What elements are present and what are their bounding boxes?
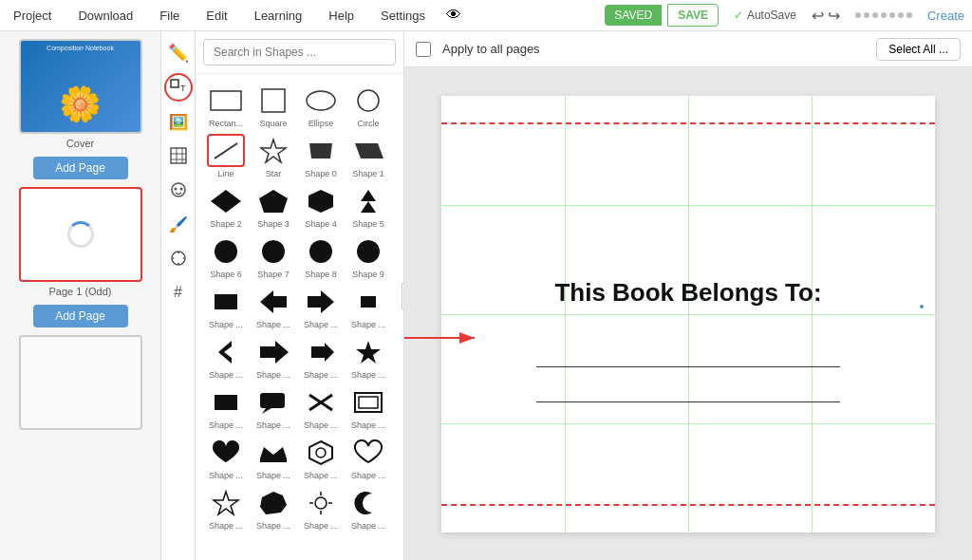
shape-8[interactable]: Shape 8 [298,233,344,281]
shape-blob[interactable]: Shape ... [251,484,296,532]
edit-tool-button[interactable]: ✏️ [164,39,193,67]
shape-rectangle-label: Rectan... [205,119,247,128]
page2-thumbnail[interactable] [19,335,142,430]
shape-0[interactable]: Shape 0 [298,132,344,180]
redo-button[interactable]: ↪ [828,7,840,25]
shape9-icon [349,234,387,268]
page1-thumb[interactable]: Page 1 (Odd) [8,187,153,297]
star3-label: Shape ... [205,521,247,531]
shape-crown[interactable]: Shape ... [251,434,296,482]
shape5-icon [349,184,387,217]
shape-circle[interactable]: Circle [346,82,391,130]
menu-edit[interactable]: Edit [200,5,233,27]
shape0-icon [302,134,340,167]
cover-thumbnail[interactable]: Composition Notebook 🌼 [19,39,142,134]
menu-help[interactable]: Help [323,5,360,27]
image-tool-button[interactable]: 🖼️ [164,107,193,136]
shape-rectangle[interactable]: Rectan... [203,82,249,130]
arrow-r2-label: Shape ... [300,370,342,380]
shape1-icon [349,134,387,167]
shape-sq1-icon [207,285,245,318]
undo-redo-area: ↩ ↪ [812,7,840,25]
heart-label: Shape ... [205,471,247,480]
effects-tool-button[interactable] [164,244,193,272]
shape-heart2[interactable]: Shape ... [346,434,391,482]
shape-3[interactable]: Shape 3 [251,182,296,231]
shape-9[interactable]: Shape 9 [346,233,391,281]
shape-6[interactable]: Shape 6 [203,233,249,281]
shapes-search-input[interactable] [203,39,396,65]
shape-heart[interactable]: Shape ... [203,434,249,482]
saved-button[interactable]: SAVED [605,5,662,26]
hashtag-tool-button[interactable]: # [164,278,193,307]
shape-arrow-r2[interactable]: Shape ... [298,333,344,382]
page2-thumb[interactable] [8,335,153,430]
add-page-button-bottom[interactable]: Add Page [33,305,128,327]
add-page-button-top[interactable]: Add Page [33,157,128,179]
cover-page-thumb[interactable]: Composition Notebook 🌼 Cover [8,39,153,149]
create-button[interactable]: Create [927,9,964,23]
shape-2[interactable]: Shape 2 [203,182,249,231]
table-tool-button[interactable] [164,141,193,170]
shape-star3[interactable]: Shape ... [203,484,249,532]
shape-star-label: Star [252,169,294,178]
cover-flower-icon: 🌼 [59,84,102,124]
svg-marker-21 [309,143,332,159]
shape-chev-r[interactable]: Shape ... [251,333,296,382]
shape-chev-l[interactable]: Shape ... [203,333,249,382]
shape-1[interactable]: Shape 1 [346,132,391,180]
svg-marker-49 [309,441,332,464]
menu-file[interactable]: File [154,5,185,27]
menu-settings[interactable]: Settings [375,5,431,27]
shape-small-sq[interactable]: Shape ... [346,283,391,331]
shape-cross[interactable]: Shape ... [298,383,344,432]
shapes-row-7: Shape ... Shape ... Shape ... [203,383,396,432]
shapes-tool-button active[interactable]: T [164,73,193,102]
menu-learning[interactable]: Learning [249,5,308,27]
shape-hex2[interactable]: Shape ... [298,434,344,482]
shape-ellipse[interactable]: Ellipse [298,82,344,130]
shape-speech[interactable]: Shape ... [251,383,296,432]
save-area: SAVED SAVE [605,4,719,27]
shape-5[interactable]: Shape 5 [346,182,391,231]
canvas-toolbar: Apply to all pages Select All ... [404,31,972,67]
shape-arrow-right[interactable]: Shape ... [298,283,344,331]
shape6-label: Shape 6 [205,270,247,279]
grid-lines [441,96,935,532]
page1-loading [21,189,140,280]
main-layout: Composition Notebook 🌼 Cover Add Page Pa… [0,31,972,560]
svg-text:T: T [180,84,186,93]
svg-marker-34 [308,290,334,313]
shape-arrow-left[interactable]: Shape ... [251,283,296,331]
shape-star[interactable]: Star [251,132,296,180]
shape-crescent[interactable]: Shape ... [346,484,391,532]
svg-point-17 [307,91,335,110]
shape-sun[interactable]: Shape ... [298,484,344,532]
svg-rect-40 [215,395,237,410]
shape-4[interactable]: Shape 4 [298,182,344,231]
shape-sq1[interactable]: Shape ... [203,283,249,331]
svg-point-29 [262,240,285,263]
select-all-button[interactable]: Select All ... [876,38,961,61]
frame-label: Shape ... [347,420,389,430]
shape-sq2[interactable]: Shape ... [203,383,249,432]
shape-7[interactable]: Shape 7 [251,233,296,281]
arrow-right-icon [302,285,340,318]
paint-tool-button[interactable]: 🖌️ [164,210,193,238]
shape-star2[interactable]: Shape ... [346,333,391,382]
shape-frame[interactable]: Shape ... [346,383,391,432]
shape-line[interactable]: Line [203,132,249,180]
mask-tool-button[interactable] [164,176,193,204]
apply-checkbox[interactable] [416,42,431,57]
menu-project[interactable]: Project [8,5,57,27]
page1-thumbnail[interactable] [19,187,142,282]
save-button[interactable]: SAVE [667,4,719,27]
autosave-label[interactable]: AutoSave [747,9,796,22]
menu-download[interactable]: Download [72,5,139,27]
page-canvas[interactable]: This Book Belongs To: [441,96,935,532]
canvas-content[interactable]: This Book Belongs To: [404,67,972,560]
svg-marker-20 [261,140,286,162]
preview-icon[interactable]: 👁 [446,7,461,24]
shape-square[interactable]: Square [251,82,296,130]
undo-button[interactable]: ↩ [812,7,824,25]
